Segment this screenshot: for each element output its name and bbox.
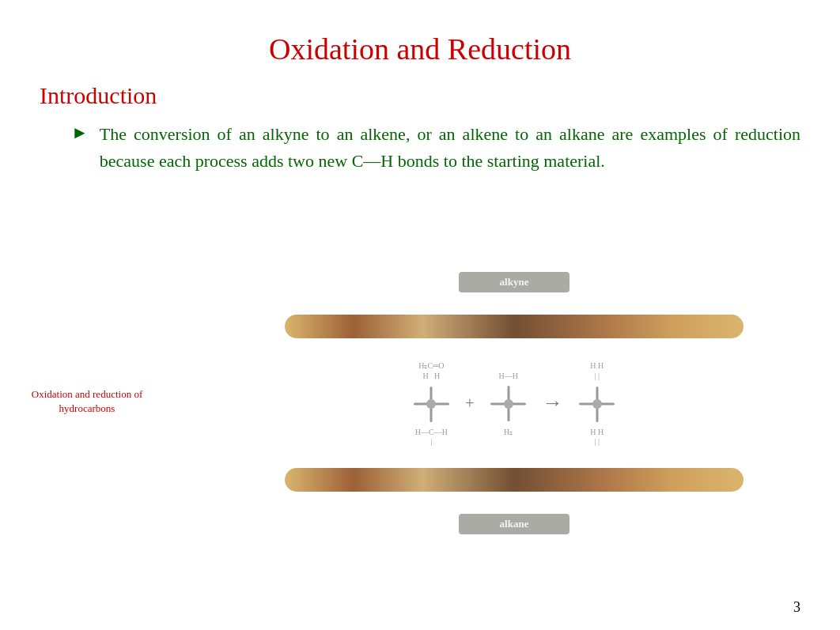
plus-1: + [465,394,474,413]
top-bar [285,315,744,338]
reaction-arrow: → [543,391,563,415]
mol3-top-label: H H| | [590,360,604,381]
chemistry-diagram: alkyne H₂C═OH H H—C—H| + [237,261,791,545]
section-heading: Introduction [40,82,800,109]
mol3-bottom-label: H H| | [590,427,604,446]
caption-line1: Oxidation and reduction of [32,388,142,400]
mol1-top-label: H₂C═OH H [418,360,444,381]
slide: Oxidation and Reduction Introduction ► T… [0,0,840,630]
molecule-1: H₂C═OH H H—C—H| [411,360,451,446]
mol2-bottom-label: H₂ [504,427,513,436]
page-number: 3 [793,599,800,616]
alkyne-label: alkyne [500,276,529,289]
bottom-bar [285,468,744,492]
molecule-3: H H| | H H| | [577,360,617,446]
mol1-bottom-label: H—C—H| [415,427,448,446]
mol2-top-label: H—H [498,371,517,381]
top-label: alkyne [459,272,569,292]
slide-title: Oxidation and Reduction [40,32,800,66]
caption-line2: hydrocarbons [59,402,115,414]
mol2-icon [489,384,528,424]
bullet-point: ► The conversion of an alkyne to an alke… [71,121,800,175]
mol1-icon [411,384,451,424]
reaction-middle: H₂C═OH H H—C—H| + H—H [285,360,744,446]
bottom-label: alkane [459,514,569,534]
mol3-icon [577,384,617,424]
molecule-2: H—H H₂ [489,371,528,436]
alkane-label: alkane [500,518,529,530]
bullet-text: The conversion of an alkyne to an alkene… [100,121,800,175]
bullet-arrow-icon: ► [71,123,89,143]
diagram-caption: Oxidation and reduction of hydrocarbons [16,387,158,416]
